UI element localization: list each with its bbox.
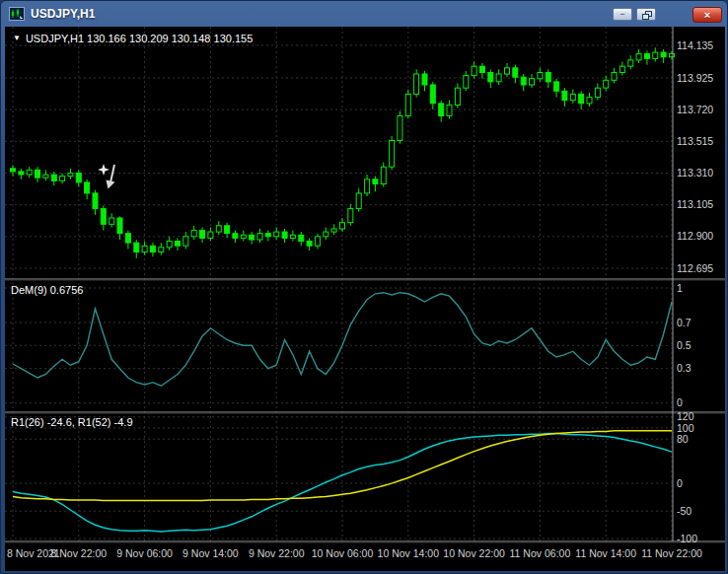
svg-text:80: 80: [677, 433, 689, 445]
svg-text:120: 120: [677, 410, 694, 422]
svg-text:113.925: 113.925: [677, 72, 713, 84]
r1-indicator-label: R1(26) -24.6, R1(52) -4.9: [11, 416, 133, 428]
candles-series: [11, 47, 675, 257]
svg-text:11 Nov 06:00: 11 Nov 06:00: [510, 547, 571, 559]
svg-text:10 Nov 22:00: 10 Nov 22:00: [443, 547, 505, 559]
svg-text:0.7: 0.7: [677, 317, 692, 328]
minimize-button[interactable]: −: [613, 8, 632, 21]
svg-text:11 Nov 14:00: 11 Nov 14:00: [575, 547, 636, 559]
svg-text:8 Nov 22:00: 8 Nov 22:00: [50, 547, 107, 559]
svg-text:114.135: 114.135: [677, 39, 713, 51]
chart-icon: [9, 7, 25, 21]
window-title: USDJPY,H1: [31, 7, 95, 21]
svg-text:9 Nov 06:00: 9 Nov 06:00: [116, 547, 173, 559]
chart-area[interactable]: 114.135113.925113.720113.515113.310113.1…: [5, 27, 725, 571]
price-axis-labels: 114.135113.925113.720113.515113.310113.1…: [677, 39, 713, 544]
svg-text:113.515: 113.515: [677, 135, 713, 147]
symbol-ohlc-text: USDJPY,H1 130.166 130.209 130.148 130.15…: [26, 33, 253, 44]
svg-text:100: 100: [677, 422, 694, 434]
panel-separators: [5, 27, 725, 542]
cursor-arrow: [96, 163, 121, 196]
time-axis-labels: 8 Nov 20218 Nov 22:009 Nov 06:009 Nov 14…: [7, 547, 702, 559]
svg-text:10 Nov 14:00: 10 Nov 14:00: [378, 547, 440, 559]
svg-text:1: 1: [677, 282, 683, 294]
ohlc-label: ▼ USDJPY,H1 130.166 130.209 130.148 130.…: [13, 33, 253, 44]
mt4-chart-window: USDJPY,H1 − × 114.135113.925113.720113.5…: [0, 0, 728, 574]
restore-icon: [642, 11, 651, 19]
svg-text:0: 0: [677, 477, 683, 489]
grid: [5, 27, 672, 541]
titlebar[interactable]: USDJPY,H1 − ×: [1, 1, 727, 27]
svg-text:-50: -50: [677, 505, 692, 517]
svg-text:11 Nov 22:00: 11 Nov 22:00: [641, 547, 702, 559]
svg-text:112.695: 112.695: [677, 262, 713, 274]
svg-text:0.5: 0.5: [677, 339, 692, 351]
svg-text:113.310: 113.310: [677, 167, 713, 179]
close-button[interactable]: ×: [692, 7, 722, 23]
svg-text:-100: -100: [677, 533, 697, 544]
svg-text:10 Nov 06:00: 10 Nov 06:00: [312, 547, 374, 559]
svg-text:0: 0: [677, 396, 683, 408]
svg-text:9 Nov 22:00: 9 Nov 22:00: [249, 547, 305, 559]
collapse-triangle-icon[interactable]: ▼: [13, 33, 21, 44]
svg-text:112.900: 112.900: [677, 230, 713, 242]
svg-text:0.3: 0.3: [677, 362, 692, 374]
restore-button[interactable]: [636, 8, 656, 21]
svg-text:113.720: 113.720: [677, 104, 713, 115]
chart-canvas[interactable]: 114.135113.925113.720113.515113.310113.1…: [5, 27, 725, 571]
svg-text:113.105: 113.105: [677, 198, 713, 210]
dem-indicator-label: DeM(9) 0.6756: [11, 284, 83, 296]
svg-text:9 Nov 14:00: 9 Nov 14:00: [182, 547, 239, 559]
r1-fast-line: [13, 434, 672, 532]
